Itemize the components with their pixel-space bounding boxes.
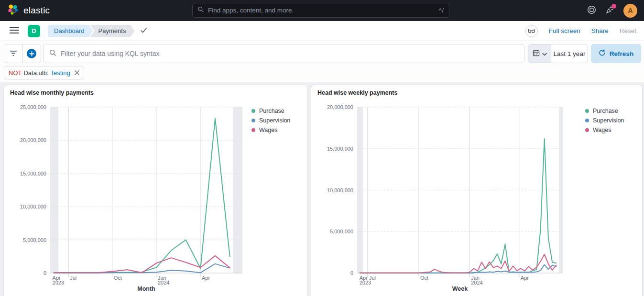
panel-title: Head wise weekly payments — [311, 85, 642, 96]
legend-label: Purchase — [259, 108, 284, 114]
legend-label: Wages — [259, 127, 277, 133]
kql-search-bar — [43, 44, 524, 63]
search-icon — [197, 6, 204, 15]
kibana-dashboard-app: { "header": { "brand": "elastic", "searc… — [0, 0, 644, 296]
legend-item-wages[interactable]: Wages — [585, 127, 611, 133]
filter-pill-field: Data.ulb: — [23, 69, 48, 77]
saved-state-button[interactable] — [140, 27, 147, 35]
x-axis-tick-label: Oct — [420, 275, 428, 281]
brand-wordmark: elastic — [23, 5, 50, 16]
check-icon — [140, 27, 147, 35]
top-nav-row: D Dashboard Payments Full screen Share R… — [0, 21, 644, 41]
kql-input[interactable] — [61, 50, 518, 57]
global-search[interactable]: ^/ — [192, 3, 449, 18]
search-icon — [49, 49, 56, 58]
y-axis-tick-label: 10,000,000 — [20, 204, 46, 209]
add-filter-button[interactable] — [22, 44, 41, 63]
monthly-payments-chart[interactable]: 05,000,00010,000,00015,000,00020,000,000… — [4, 99, 307, 296]
filter-pill[interactable]: NOT Data.ulb: Testing — [4, 66, 84, 79]
x-axis-title: Week — [452, 285, 468, 292]
legend-dot — [251, 128, 255, 132]
x-axis-tick-label: Jan2024 — [158, 275, 169, 285]
filter-menu-button[interactable] — [4, 44, 22, 63]
help-icon — [587, 5, 596, 16]
x-axis-tick-label: Jul — [369, 275, 376, 281]
plus-icon — [27, 49, 36, 58]
filter-pill-negate: NOT — [9, 69, 22, 77]
share-button[interactable]: Share — [591, 27, 609, 34]
date-picker-calendar-button[interactable] — [528, 44, 551, 63]
user-avatar[interactable]: A — [623, 4, 637, 18]
legend-dot — [585, 128, 589, 132]
x-axis-tick-label: Oct — [114, 275, 122, 281]
global-search-input[interactable] — [208, 7, 435, 14]
legend-label: Supervision — [593, 117, 624, 124]
panel-weekly-payments: Head wise weekly payments 05,000,00010,0… — [311, 85, 642, 296]
hamburger-icon — [10, 26, 19, 35]
legend-item-purchase[interactable]: Purchase — [251, 108, 284, 114]
y-axis-tick-label: 5,000,000 — [330, 229, 353, 234]
legend-label: Wages — [593, 127, 611, 133]
date-picker: Last 1 year — [528, 44, 588, 63]
legend-item-supervision[interactable]: Supervision — [251, 117, 290, 124]
refresh-button[interactable]: Refresh — [591, 44, 641, 63]
elastic-logo-icon — [7, 3, 19, 18]
legend-item-supervision[interactable]: Supervision — [585, 117, 624, 124]
legend-dot — [585, 119, 589, 122]
query-bar: Last 1 year Refresh NOT Data.ulb: Testin… — [0, 41, 644, 82]
legend-dot — [251, 119, 255, 122]
breadcrumb: Dashboard Payments — [48, 25, 134, 37]
glasses-icon — [528, 27, 535, 35]
time-range-button[interactable]: Last 1 year — [551, 44, 588, 63]
menu-button[interactable] — [8, 24, 21, 37]
help-button[interactable] — [587, 5, 596, 16]
partial-bucket-band — [50, 107, 58, 273]
breadcrumb-payments[interactable]: Payments — [90, 25, 135, 37]
y-axis-tick-label: 0 — [44, 270, 46, 276]
filter-button-group — [4, 44, 41, 63]
search-shortcut-hint: ^/ — [439, 7, 444, 14]
x-axis-tick-label: Jan2024 — [471, 275, 482, 285]
breadcrumb-dashboard[interactable]: Dashboard — [48, 25, 93, 37]
full-screen-button[interactable]: Full screen — [549, 27, 580, 34]
weekly-payments-chart[interactable]: 05,000,00010,000,00015,000,00020,000,000… — [311, 99, 642, 296]
newsfeed-button[interactable] — [605, 5, 614, 16]
legend-item-wages[interactable]: Wages — [251, 127, 277, 133]
remove-filter-icon[interactable] — [75, 70, 79, 75]
space-avatar[interactable]: D — [28, 25, 40, 37]
x-axis-tick-label: Apr2023 — [53, 275, 64, 285]
y-axis-tick-label: 15,000,000 — [327, 146, 353, 152]
legend-label: Supervision — [259, 117, 290, 124]
notification-dot — [611, 4, 616, 9]
panel-title: Head wise monthly payments — [4, 85, 307, 96]
global-header: elastic ^/ — [0, 0, 644, 21]
elastic-brand[interactable]: elastic — [7, 3, 50, 18]
y-axis-tick-label: 20,000,000 — [327, 104, 353, 110]
y-axis-tick-label: 5,000,000 — [23, 237, 46, 243]
x-axis-tick-label: Jul — [70, 275, 76, 281]
y-axis-tick-label: 15,000,000 — [20, 171, 46, 176]
legend-dot — [251, 109, 255, 113]
y-axis-tick-label: 20,000,000 — [20, 137, 46, 143]
refresh-label: Refresh — [610, 50, 633, 57]
filter-pill-value: Testing — [51, 69, 70, 77]
legend-label: Purchase — [593, 108, 618, 114]
view-mode-badge[interactable] — [525, 25, 538, 37]
y-axis-tick-label: 0 — [350, 270, 353, 276]
refresh-icon — [599, 49, 606, 58]
partial-bucket-band — [233, 107, 242, 273]
legend-item-purchase[interactable]: Purchase — [585, 108, 618, 114]
y-axis-tick-label: 10,000,000 — [327, 187, 353, 193]
y-axis-tick-label: 25,000,000 — [20, 104, 46, 110]
x-axis-tick-label: Apr — [202, 275, 210, 281]
filter-icon — [10, 50, 17, 57]
series-line-purchase — [54, 119, 230, 273]
series-line-wages — [54, 256, 230, 273]
series-line-purchase — [360, 139, 557, 273]
legend-dot — [585, 109, 589, 113]
x-axis-title: Month — [137, 285, 155, 292]
chevron-down-icon — [542, 50, 547, 57]
x-axis-tick-label: Apr — [521, 275, 529, 281]
reset-button[interactable]: Reset — [620, 27, 636, 34]
series-line-wages — [360, 254, 557, 273]
